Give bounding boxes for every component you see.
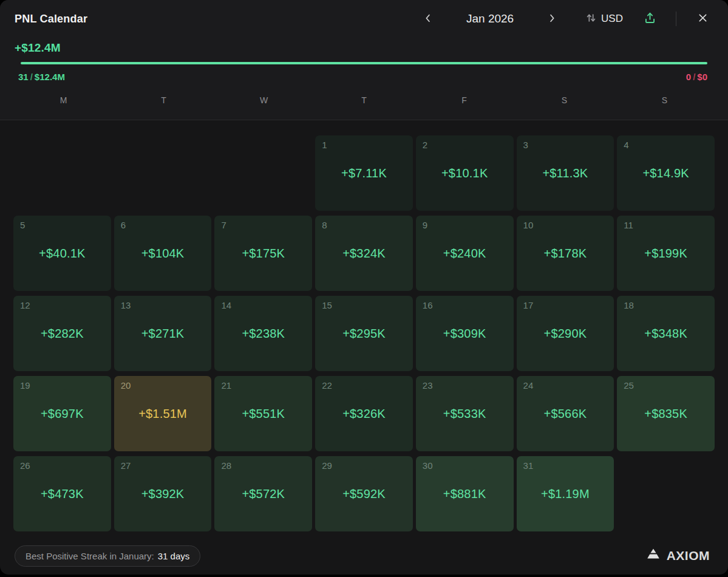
day-pnl-value: +$326K (315, 376, 413, 451)
calendar-day-cell[interactable]: 24+$566K (517, 376, 614, 451)
day-pnl-value: +$324K (315, 216, 413, 291)
next-month-button[interactable] (544, 10, 560, 28)
calendar-day-cell[interactable]: 8+$324K (315, 216, 413, 291)
calendar-day-cell[interactable]: 30+$881K (416, 456, 514, 531)
day-pnl-value: +$104K (114, 216, 212, 291)
upload-icon (644, 12, 656, 26)
day-pnl-value: +$14.9K (617, 135, 715, 211)
day-pnl-value: +$309K (416, 296, 514, 371)
footer: Best Positive Streak in January: 31 days… (0, 543, 728, 568)
day-pnl-value: +$271K (114, 296, 212, 371)
pnl-calendar-modal: PNL Calendar Jan 2026 (0, 0, 728, 575)
day-pnl-value: +$1.19M (517, 456, 614, 531)
calendar-day-cell[interactable]: 20+$1.51M (114, 376, 212, 451)
calendar-day-cell[interactable]: 4+$14.9K (617, 135, 715, 211)
day-pnl-value: +$10.1K (416, 135, 514, 211)
weekday-row: MTWTFSS (0, 95, 728, 120)
close-button[interactable] (696, 11, 710, 27)
day-pnl-value: +$572K (214, 456, 312, 531)
calendar-day-cell[interactable]: 23+$533K (416, 376, 514, 451)
day-pnl-value: +$697K (13, 376, 111, 451)
currency-toggle-button[interactable]: USD (585, 12, 623, 26)
chevron-left-icon (423, 13, 434, 26)
negative-days-stat: 0/$0 (686, 72, 707, 82)
calendar-day-cell[interactable]: 13+$271K (114, 296, 212, 371)
calendar-day-cell[interactable]: 25+$835K (617, 376, 715, 451)
positive-days-stat: 31/$12.4M (18, 72, 65, 82)
calendar-day-cell[interactable]: 11+$199K (617, 216, 715, 291)
streak-value: 31 days (158, 551, 190, 561)
total-pnl: +$12.4M (0, 38, 728, 62)
day-pnl-value: +$533K (416, 376, 514, 451)
day-pnl-value: +$551K (214, 376, 312, 451)
weekday-label: F (414, 95, 514, 120)
calendar-day-cell[interactable]: 29+$592K (315, 456, 413, 531)
prev-month-button[interactable] (420, 10, 436, 28)
header-section: PNL Calendar Jan 2026 (0, 0, 728, 120)
calendar-day-cell[interactable]: 7+$175K (214, 216, 312, 291)
calendar-day-cell[interactable]: 3+$11.3K (517, 135, 614, 211)
day-pnl-value: +$7.11K (315, 135, 413, 211)
weekday-label: S (614, 95, 715, 120)
day-pnl-value: +$392K (114, 456, 212, 531)
day-pnl-value: +$175K (214, 216, 312, 291)
month-navigation: Jan 2026 (420, 10, 560, 28)
day-pnl-value: +$881K (416, 456, 514, 531)
brand-name: AXIOM (667, 548, 710, 563)
calendar-day-cell[interactable]: 19+$697K (13, 376, 111, 451)
weekday-label: M (13, 95, 114, 120)
calendar-day-cell[interactable]: 22+$326K (315, 376, 413, 451)
export-button[interactable] (644, 12, 656, 26)
calendar-day-cell[interactable]: 14+$238K (214, 296, 312, 371)
day-pnl-value: +$295K (315, 296, 413, 371)
calendar-day-cell[interactable]: 26+$473K (13, 456, 111, 531)
calendar-day-cell[interactable]: 12+$282K (13, 296, 111, 371)
close-icon (697, 12, 709, 26)
streak-badge: Best Positive Streak in January: 31 days (15, 545, 200, 567)
calendar-day-cell[interactable]: 5+$40.1K (13, 216, 111, 291)
weekday-label: T (314, 95, 414, 120)
pnl-progress-fill (21, 62, 707, 64)
day-pnl-value: +$11.3K (517, 135, 614, 211)
day-pnl-value: +$178K (517, 216, 614, 291)
header-bar: PNL Calendar Jan 2026 (0, 0, 728, 38)
day-pnl-value: +$592K (315, 456, 413, 531)
day-pnl-value: +$290K (517, 296, 614, 371)
calendar-day-cell[interactable]: 18+$348K (617, 296, 715, 371)
brand-logo: AXIOM (645, 548, 710, 564)
day-pnl-value: +$238K (214, 296, 312, 371)
day-pnl-value: +$566K (517, 376, 614, 451)
calendar-day-cell[interactable]: 2+$10.1K (416, 135, 514, 211)
header-divider (676, 12, 676, 26)
calendar-day-cell[interactable]: 27+$392K (114, 456, 212, 531)
calendar-day-cell[interactable]: 9+$240K (416, 216, 514, 291)
day-pnl-value: +$240K (416, 216, 514, 291)
calendar-day-cell[interactable]: 15+$295K (315, 296, 413, 371)
calendar-grid: 1+$7.11K2+$10.1K3+$11.3K4+$14.9K5+$40.1K… (0, 120, 728, 531)
calendar-day-cell[interactable]: 28+$572K (214, 456, 312, 531)
calendar-day-cell[interactable]: 6+$104K (114, 216, 212, 291)
calendar-day-cell[interactable]: 10+$178K (517, 216, 614, 291)
chevron-right-icon (546, 13, 557, 26)
calendar-day-cell[interactable]: 17+$290K (517, 296, 614, 371)
day-pnl-value: +$348K (617, 296, 715, 371)
month-label: Jan 2026 (466, 12, 514, 26)
calendar-empty-cell (214, 135, 312, 211)
calendar-empty-cell (114, 135, 212, 211)
day-pnl-value: +$199K (617, 216, 715, 291)
calendar-day-cell[interactable]: 31+$1.19M (517, 456, 614, 531)
axiom-pyramid-icon (645, 548, 661, 564)
day-pnl-value: +$40.1K (13, 216, 111, 291)
calendar-day-cell[interactable]: 21+$551K (214, 376, 312, 451)
weekday-label: W (214, 95, 314, 120)
pnl-progress-bar (21, 62, 707, 64)
stats-row: 31/$12.4M 0/$0 (0, 64, 728, 82)
calendar-empty-cell (13, 135, 111, 211)
header-controls: Jan 2026 USD (420, 10, 710, 28)
page-title: PNL Calendar (15, 13, 87, 26)
currency-label: USD (601, 13, 623, 25)
calendar-day-cell[interactable]: 1+$7.11K (315, 135, 413, 211)
weekday-label: S (514, 95, 614, 120)
day-pnl-value: +$282K (13, 296, 111, 371)
calendar-day-cell[interactable]: 16+$309K (416, 296, 514, 371)
